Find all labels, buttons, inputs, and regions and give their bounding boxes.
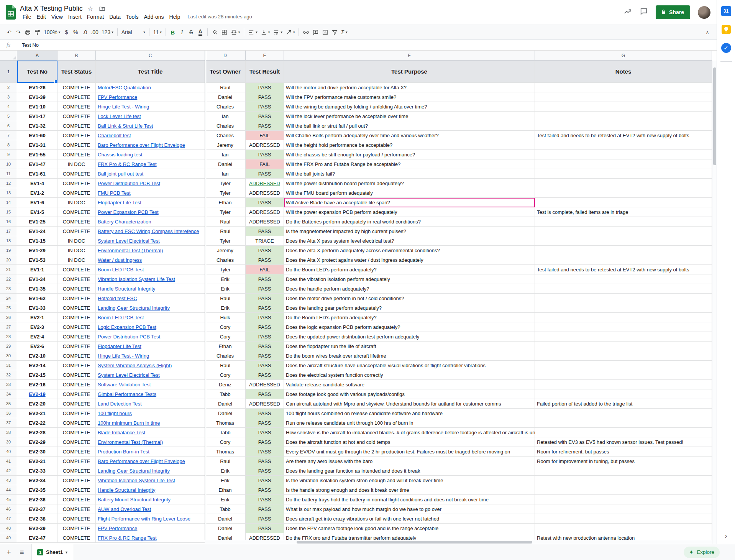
text-wrap-button[interactable]: ▾ bbox=[271, 27, 284, 37]
menu-help[interactable]: Help bbox=[167, 13, 183, 20]
cell-test-result[interactable]: PASS bbox=[246, 428, 284, 437]
cell-test-title[interactable]: Landing Gear Structural Integrity bbox=[96, 466, 205, 476]
cell-test-status[interactable]: IN DOC bbox=[57, 159, 96, 169]
cell-test-result[interactable]: PASS bbox=[246, 169, 284, 179]
cell-test-status[interactable]: COMPLETE bbox=[57, 303, 96, 313]
cell-test-purpose[interactable]: Is the magnetometer impacted by high cur… bbox=[284, 227, 535, 236]
cell-notes[interactable] bbox=[535, 188, 712, 198]
horizontal-scrollbar[interactable] bbox=[205, 540, 712, 544]
cell-test-no[interactable]: EV1-17 bbox=[17, 112, 57, 121]
column-header-c[interactable]: C bbox=[96, 51, 205, 61]
cell-test-no[interactable]: EV1-24 bbox=[17, 227, 57, 236]
cell-test-purpose[interactable]: Does the aircraft structure have unaccep… bbox=[284, 361, 535, 370]
cell-test-status[interactable]: COMPLETE bbox=[57, 140, 96, 150]
cell-notes[interactable] bbox=[535, 409, 712, 418]
cell-test-status[interactable]: COMPLETE bbox=[57, 131, 96, 140]
cell-test-purpose[interactable]: Do the Batteries perform adequately in r… bbox=[284, 217, 535, 227]
cell-test-purpose[interactable]: Will the FRX Pro and Futaba Range be acc… bbox=[284, 159, 535, 169]
cell-test-no[interactable]: EV1-62 bbox=[17, 294, 57, 303]
text-color-button[interactable]: A bbox=[199, 29, 202, 36]
italic-button[interactable]: I bbox=[177, 27, 187, 37]
cell-notes[interactable] bbox=[535, 255, 712, 265]
cell-test-title[interactable]: Land Detection Test bbox=[96, 399, 205, 409]
test-title-link[interactable]: FRX Pro & RC Range Test bbox=[98, 161, 157, 167]
cell-notes[interactable] bbox=[535, 476, 712, 485]
explore-button[interactable]: ✦ Explore bbox=[684, 547, 720, 558]
header-cell-test-purpose[interactable]: Test Purpose bbox=[284, 61, 535, 83]
menu-view[interactable]: View bbox=[49, 13, 66, 20]
cell-test-owner[interactable]: Erik bbox=[205, 303, 246, 313]
cell-notes[interactable] bbox=[535, 227, 712, 236]
row-header-12[interactable]: 12 bbox=[0, 179, 17, 188]
cell-test-title[interactable]: Gimbal Performance Tests bbox=[96, 389, 205, 399]
cell-test-result[interactable]: PASS bbox=[246, 92, 284, 102]
cell-notes[interactable] bbox=[535, 217, 712, 227]
select-all-corner[interactable] bbox=[0, 51, 17, 61]
cell-notes[interactable] bbox=[535, 169, 712, 179]
cell-test-owner[interactable]: Ian bbox=[205, 150, 246, 159]
test-title-link[interactable]: System Vibration Analysis (Flight) bbox=[98, 363, 172, 368]
cell-test-no[interactable]: EV2-4 bbox=[17, 332, 57, 342]
cell-test-purpose[interactable]: What is our max payload and how much mar… bbox=[284, 504, 535, 514]
cell-test-purpose[interactable]: Will the height hold performance be acce… bbox=[284, 140, 535, 150]
cell-notes[interactable] bbox=[535, 351, 712, 361]
test-title-link[interactable]: FPV Performance bbox=[98, 526, 137, 531]
horizontal-scrollbar-thumb[interactable] bbox=[297, 541, 532, 544]
cell-test-title[interactable]: Blade Imbalance Test bbox=[96, 428, 205, 437]
cell-test-title[interactable]: Hinge Life Test - Wiring bbox=[96, 102, 205, 112]
paint-format-button[interactable] bbox=[33, 27, 42, 37]
cell-notes[interactable] bbox=[535, 140, 712, 150]
cell-test-status[interactable]: COMPLETE bbox=[57, 457, 96, 466]
cell-test-owner[interactable]: Daniel bbox=[205, 159, 246, 169]
add-sheet-button[interactable]: + bbox=[2, 546, 15, 559]
cell-test-owner[interactable]: Charles bbox=[205, 255, 246, 265]
collapse-side-panel-button[interactable]: › bbox=[725, 532, 727, 540]
cell-test-purpose[interactable]: Will the wiring be damaged by folding / … bbox=[284, 102, 535, 112]
star-icon[interactable]: ☆ bbox=[86, 5, 95, 13]
cell-test-status[interactable]: COMPLETE bbox=[57, 476, 96, 485]
cell-test-owner[interactable]: Daniel bbox=[205, 514, 246, 524]
cell-test-purpose[interactable]: Does the flopdapter run the life of airc… bbox=[284, 342, 535, 351]
cell-test-title[interactable]: System Level Electrical Test bbox=[96, 370, 205, 380]
cell-test-purpose[interactable]: Will the ball joints fail? bbox=[284, 169, 535, 179]
row-header-19[interactable]: 19 bbox=[0, 246, 17, 255]
row-header-38[interactable]: 38 bbox=[0, 428, 17, 437]
cell-test-result[interactable]: PASS bbox=[246, 466, 284, 476]
cell-test-owner[interactable]: Thomas bbox=[205, 447, 246, 457]
cell-test-result[interactable]: PASS bbox=[246, 102, 284, 112]
test-title-link[interactable]: Vibration Isolation System Life Test bbox=[98, 478, 175, 483]
menu-edit[interactable]: Edit bbox=[34, 13, 49, 20]
cell-test-result[interactable]: PASS bbox=[246, 418, 284, 428]
test-title-link[interactable]: Software Validation Test bbox=[98, 382, 151, 388]
menu-format[interactable]: Format bbox=[84, 13, 107, 20]
cell-test-title[interactable]: FPV Performance bbox=[96, 92, 205, 102]
row-header-9[interactable]: 9 bbox=[0, 150, 17, 159]
cell-test-no[interactable]: EV2-36 bbox=[17, 495, 57, 504]
row-header-26[interactable]: 26 bbox=[0, 313, 17, 322]
cell-test-owner[interactable]: Erik bbox=[205, 466, 246, 476]
cell-test-title[interactable]: Baro Performance over Flight Envelope bbox=[96, 140, 205, 150]
cell-test-status[interactable]: COMPLETE bbox=[57, 284, 96, 294]
test-title-link[interactable]: Blade Imbalance Test bbox=[98, 430, 145, 435]
cell-test-owner[interactable]: Tyler bbox=[205, 207, 246, 217]
cell-test-purpose[interactable]: How senstive is the aircraft to imbalanc… bbox=[284, 428, 535, 437]
cell-test-status[interactable]: COMPLETE bbox=[57, 274, 96, 284]
cell-test-result[interactable]: PASS bbox=[246, 514, 284, 524]
cell-test-result[interactable]: PASS bbox=[246, 227, 284, 236]
row-header-34[interactable]: 34 bbox=[0, 389, 17, 399]
cell-test-title[interactable]: Motor/ESC Qualification bbox=[96, 83, 205, 92]
test-title-link[interactable]: Hinge Life Test - Wiring bbox=[98, 353, 149, 359]
cell-test-owner[interactable]: Deniz bbox=[205, 380, 246, 389]
test-title-link[interactable]: Power Distribution PCB Test bbox=[98, 334, 160, 340]
cell-notes[interactable] bbox=[535, 322, 712, 332]
cell-notes[interactable] bbox=[535, 294, 712, 303]
cell-test-no[interactable]: EV2-1 bbox=[17, 313, 57, 322]
cell-test-purpose[interactable]: Will the lock lever performance be accep… bbox=[284, 112, 535, 121]
cell-test-owner[interactable]: Erik bbox=[205, 274, 246, 284]
row-header-48[interactable]: 48 bbox=[0, 524, 17, 533]
cell-test-status[interactable]: COMPLETE bbox=[57, 150, 96, 159]
cell-test-purpose[interactable]: Are there any aero issues with the baro bbox=[284, 457, 535, 466]
test-title-link[interactable]: Ball Link & Strut Life Test bbox=[98, 123, 153, 129]
cell-test-owner[interactable]: Ethan bbox=[205, 342, 246, 351]
cell-test-result[interactable]: PASS bbox=[246, 457, 284, 466]
